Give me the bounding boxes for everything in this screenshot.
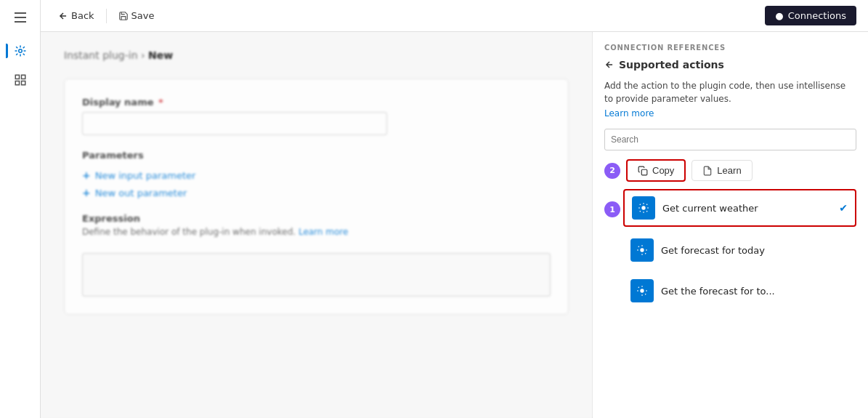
learn-button[interactable]: Learn: [691, 160, 752, 181]
panel-back-button[interactable]: Supported actions: [604, 59, 856, 71]
svg-point-0: [18, 49, 22, 53]
panel-learn-link[interactable]: Learn more: [604, 108, 856, 118]
expression-learn-link[interactable]: Learn more: [299, 227, 348, 237]
required-marker: *: [158, 97, 163, 108]
action-item-wrapper-2: Get forecast for today: [604, 233, 856, 270]
display-name-label: Display name *: [82, 97, 551, 108]
connections-button[interactable]: ● Connections: [765, 6, 856, 25]
breadcrumb-parent: Instant plug-in: [64, 49, 138, 61]
connections-label: Connections: [788, 10, 846, 21]
expression-textarea[interactable]: [82, 253, 551, 297]
plus-icon-2: +: [82, 187, 91, 198]
forecast-to-icon: [630, 279, 654, 302]
sidebar-icon-plugin[interactable]: [7, 38, 33, 64]
action-item-label-2: Get forecast for today: [661, 245, 765, 256]
forecast-today-icon: [630, 238, 654, 262]
svg-point-6: [641, 206, 645, 209]
form-section-main: Display name * Parameters + New input pa…: [64, 79, 569, 315]
badge-2: 2: [604, 163, 620, 179]
content-row: Instant plug-in › New Display name * Par…: [41, 32, 868, 418]
expression-desc: Define the behavior of the plug-in when …: [82, 227, 551, 247]
svg-rect-3: [15, 81, 19, 85]
sidebar: [0, 0, 41, 418]
add-output-param-button[interactable]: + New out parameter: [82, 187, 551, 198]
save-label: Save: [131, 10, 155, 21]
action-item-label-3: Get the forecast for to...: [661, 286, 775, 297]
connections-dot: ●: [775, 10, 783, 21]
svg-point-7: [640, 248, 644, 252]
add-output-label: New out parameter: [95, 188, 187, 198]
topbar-divider: [106, 9, 107, 23]
hamburger-menu[interactable]: [9, 6, 32, 29]
action-item-wrapper-3: Get the forecast for to...: [604, 273, 856, 311]
add-input-label: New input parameter: [95, 170, 196, 181]
add-input-param-button[interactable]: + New input parameter: [82, 169, 551, 181]
panel-back-label: Supported actions: [619, 59, 724, 71]
panel-search-input[interactable]: [604, 129, 856, 150]
action-item-label-1: Get current weather: [662, 203, 758, 214]
back-button[interactable]: Back: [52, 7, 100, 24]
badge-1: 1: [604, 201, 620, 217]
right-panel: CONNECTION REFERENCES Supported actions …: [592, 32, 868, 418]
back-label: Back: [71, 10, 94, 21]
breadcrumb: Instant plug-in › New: [64, 49, 569, 61]
action-buttons-row: 2 Copy Learn: [604, 159, 856, 182]
svg-point-8: [640, 289, 644, 292]
action-item-get-forecast-to[interactable]: Get the forecast for to...: [623, 273, 856, 308]
copy-label: Copy: [652, 165, 674, 176]
svg-rect-2: [21, 75, 25, 79]
breadcrumb-separator: ›: [141, 49, 148, 61]
check-icon: ✔: [839, 202, 848, 214]
topbar: Back Save ● Connections: [41, 0, 868, 32]
expression-title: Expression: [82, 213, 551, 224]
display-name-input[interactable]: [82, 112, 387, 135]
save-button[interactable]: Save: [113, 7, 161, 24]
breadcrumb-current: New: [148, 49, 173, 61]
svg-rect-4: [21, 81, 25, 85]
panel-section-label: CONNECTION REFERENCES: [604, 44, 856, 52]
sidebar-icon-grid[interactable]: [7, 67, 33, 93]
learn-label: Learn: [717, 165, 741, 176]
copy-button[interactable]: Copy: [626, 159, 686, 182]
action-item-get-current-weather[interactable]: Get current weather ✔: [623, 189, 856, 227]
svg-rect-5: [641, 169, 647, 175]
action-item-wrapper-1: 1 Get current weather ✔: [604, 189, 856, 230]
svg-rect-1: [15, 75, 19, 79]
parameters-title: Parameters: [82, 150, 551, 161]
main-wrapper: Back Save ● Connections Instant plug-in …: [41, 0, 868, 418]
weather-icon: [632, 196, 655, 220]
plus-icon: +: [82, 169, 91, 181]
panel-description: Add the action to the plugin code, then …: [604, 79, 856, 105]
form-area: Instant plug-in › New Display name * Par…: [41, 32, 592, 418]
action-item-get-forecast-today[interactable]: Get forecast for today: [623, 233, 856, 268]
